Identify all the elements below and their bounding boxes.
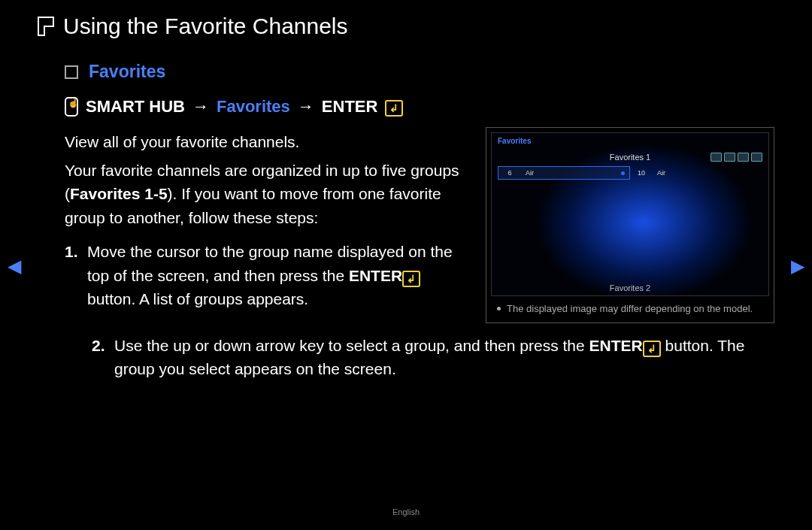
nav-next-arrow[interactable]: ▶ [791, 256, 804, 277]
intro-paragraph: Your favorite channels are organized in … [65, 159, 471, 230]
tv-channel-item: 10 Air [630, 166, 762, 180]
tv-ch-num: 10 [630, 169, 653, 177]
tv-status-icon [724, 153, 735, 162]
intro-strong: Favorites 1-5 [70, 185, 168, 202]
tv-bottom-label: Favorites 2 [610, 283, 650, 292]
caption-text: The displayed image may differ depending… [507, 302, 753, 316]
tv-status-icon [710, 153, 722, 162]
step1-text-b: button. A list of groups appears. [87, 290, 308, 307]
tv-screenshot: Favorites Favorites 1 6 Air [491, 132, 769, 296]
step2-enter: ENTER [589, 337, 643, 354]
bullet-icon [497, 307, 501, 310]
nav-hub: SMART HUB [86, 97, 185, 117]
enter-icon: ↲ [402, 271, 420, 287]
navigation-path: SMART HUB → Favorites → ENTER ↲ [65, 97, 774, 117]
tv-ch-name: Air [521, 169, 621, 177]
arrow-icon: → [192, 97, 209, 117]
nav-enter: ENTER [322, 97, 378, 117]
page-title: Using the Favorite Channels [63, 14, 348, 39]
nav-favorites: Favorites [217, 97, 290, 117]
tv-status-icon [738, 153, 749, 162]
enter-icon: ↲ [385, 100, 403, 117]
tv-channel-item: 6 Air [498, 166, 630, 180]
step2-text-a: Use the up or down arrow key to select a… [114, 337, 589, 354]
subheading-row: Favorites [65, 62, 774, 82]
subheading: Favorites [89, 62, 165, 82]
page-title-row: Using the Favorite Channels [38, 14, 774, 39]
step-2: Use the up or down arrow key to select a… [92, 334, 774, 381]
tv-channel-row: 6 Air 10 Air [498, 166, 762, 180]
intro-line: View all of your favorite channels. [65, 130, 471, 154]
arrow-icon: → [298, 97, 314, 117]
tv-title: Favorites [498, 137, 531, 145]
tv-group-name: Favorites 1 [610, 153, 650, 162]
tv-selected-dot-icon [621, 171, 625, 175]
remote-icon [65, 97, 78, 117]
screenshot-caption: The displayed image may differ depending… [491, 296, 769, 317]
step1-enter: ENTER [349, 267, 402, 284]
bookmark-icon [38, 17, 54, 36]
tv-ch-num: 6 [498, 169, 521, 177]
tv-status-icons [710, 153, 762, 162]
enter-icon: ↲ [643, 341, 661, 357]
tv-ch-name: Air [653, 169, 762, 177]
footer-language: English [392, 507, 420, 516]
square-bullet-icon [65, 65, 78, 79]
nav-prev-arrow[interactable]: ◀ [8, 256, 21, 277]
tv-status-icon [751, 153, 762, 162]
step-1: Move the cursor to the group name displa… [65, 240, 471, 311]
screenshot-panel: Favorites Favorites 1 6 Air [486, 127, 774, 323]
